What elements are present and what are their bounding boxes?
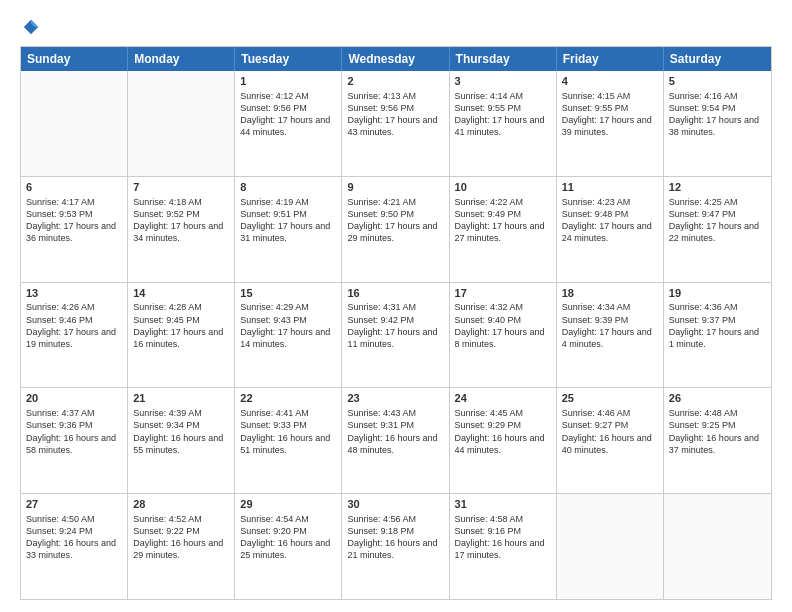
cell-text: Sunrise: 4:25 AM bbox=[669, 196, 766, 208]
calendar-cell: 23Sunrise: 4:43 AMSunset: 9:31 PMDayligh… bbox=[342, 388, 449, 493]
day-number: 6 bbox=[26, 180, 122, 195]
day-number: 10 bbox=[455, 180, 551, 195]
day-number: 2 bbox=[347, 74, 443, 89]
cell-text: Daylight: 17 hours and 16 minutes. bbox=[133, 326, 229, 350]
calendar-cell: 2Sunrise: 4:13 AMSunset: 9:56 PMDaylight… bbox=[342, 71, 449, 176]
cell-text: Sunrise: 4:29 AM bbox=[240, 301, 336, 313]
day-number: 7 bbox=[133, 180, 229, 195]
day-number: 16 bbox=[347, 286, 443, 301]
day-number: 25 bbox=[562, 391, 658, 406]
day-number: 14 bbox=[133, 286, 229, 301]
calendar-cell: 22Sunrise: 4:41 AMSunset: 9:33 PMDayligh… bbox=[235, 388, 342, 493]
cell-text: Sunrise: 4:54 AM bbox=[240, 513, 336, 525]
cell-text: Sunset: 9:55 PM bbox=[455, 102, 551, 114]
cell-text: Sunrise: 4:56 AM bbox=[347, 513, 443, 525]
calendar-body: 1Sunrise: 4:12 AMSunset: 9:56 PMDaylight… bbox=[21, 71, 771, 599]
day-number: 31 bbox=[455, 497, 551, 512]
cell-text: Sunrise: 4:34 AM bbox=[562, 301, 658, 313]
cell-text: Sunset: 9:29 PM bbox=[455, 419, 551, 431]
calendar-cell: 21Sunrise: 4:39 AMSunset: 9:34 PMDayligh… bbox=[128, 388, 235, 493]
cell-text: Daylight: 16 hours and 40 minutes. bbox=[562, 432, 658, 456]
calendar-cell bbox=[557, 494, 664, 599]
cell-text: Sunset: 9:42 PM bbox=[347, 314, 443, 326]
cell-text: Sunrise: 4:41 AM bbox=[240, 407, 336, 419]
calendar-cell: 8Sunrise: 4:19 AMSunset: 9:51 PMDaylight… bbox=[235, 177, 342, 282]
calendar-cell: 10Sunrise: 4:22 AMSunset: 9:49 PMDayligh… bbox=[450, 177, 557, 282]
calendar-cell: 11Sunrise: 4:23 AMSunset: 9:48 PMDayligh… bbox=[557, 177, 664, 282]
day-number: 12 bbox=[669, 180, 766, 195]
cell-text: Sunset: 9:43 PM bbox=[240, 314, 336, 326]
cell-text: Sunrise: 4:32 AM bbox=[455, 301, 551, 313]
cell-text: Sunset: 9:27 PM bbox=[562, 419, 658, 431]
cell-text: Daylight: 17 hours and 27 minutes. bbox=[455, 220, 551, 244]
day-number: 27 bbox=[26, 497, 122, 512]
cell-text: Sunset: 9:16 PM bbox=[455, 525, 551, 537]
cell-text: Sunrise: 4:17 AM bbox=[26, 196, 122, 208]
cell-text: Daylight: 17 hours and 44 minutes. bbox=[240, 114, 336, 138]
calendar-cell: 25Sunrise: 4:46 AMSunset: 9:27 PMDayligh… bbox=[557, 388, 664, 493]
day-number: 8 bbox=[240, 180, 336, 195]
day-number: 4 bbox=[562, 74, 658, 89]
cell-text: Daylight: 16 hours and 48 minutes. bbox=[347, 432, 443, 456]
cell-text: Daylight: 17 hours and 34 minutes. bbox=[133, 220, 229, 244]
cell-text: Daylight: 16 hours and 55 minutes. bbox=[133, 432, 229, 456]
cell-text: Sunset: 9:25 PM bbox=[669, 419, 766, 431]
cell-text: Sunset: 9:55 PM bbox=[562, 102, 658, 114]
cell-text: Sunrise: 4:28 AM bbox=[133, 301, 229, 313]
cell-text: Daylight: 16 hours and 29 minutes. bbox=[133, 537, 229, 561]
day-number: 17 bbox=[455, 286, 551, 301]
cell-text: Daylight: 17 hours and 24 minutes. bbox=[562, 220, 658, 244]
calendar-cell: 7Sunrise: 4:18 AMSunset: 9:52 PMDaylight… bbox=[128, 177, 235, 282]
calendar-cell: 6Sunrise: 4:17 AMSunset: 9:53 PMDaylight… bbox=[21, 177, 128, 282]
cell-text: Sunset: 9:48 PM bbox=[562, 208, 658, 220]
cell-text: Sunset: 9:54 PM bbox=[669, 102, 766, 114]
cell-text: Sunset: 9:40 PM bbox=[455, 314, 551, 326]
calendar-cell: 3Sunrise: 4:14 AMSunset: 9:55 PMDaylight… bbox=[450, 71, 557, 176]
cell-text: Sunset: 9:52 PM bbox=[133, 208, 229, 220]
day-number: 3 bbox=[455, 74, 551, 89]
cell-text: Daylight: 17 hours and 36 minutes. bbox=[26, 220, 122, 244]
calendar-cell: 20Sunrise: 4:37 AMSunset: 9:36 PMDayligh… bbox=[21, 388, 128, 493]
day-number: 21 bbox=[133, 391, 229, 406]
calendar-cell: 30Sunrise: 4:56 AMSunset: 9:18 PMDayligh… bbox=[342, 494, 449, 599]
cell-text: Daylight: 17 hours and 11 minutes. bbox=[347, 326, 443, 350]
cell-text: Daylight: 17 hours and 43 minutes. bbox=[347, 114, 443, 138]
cell-text: Sunrise: 4:22 AM bbox=[455, 196, 551, 208]
cell-text: Sunrise: 4:46 AM bbox=[562, 407, 658, 419]
cell-text: Sunset: 9:24 PM bbox=[26, 525, 122, 537]
calendar-cell: 18Sunrise: 4:34 AMSunset: 9:39 PMDayligh… bbox=[557, 283, 664, 388]
cell-text: Sunrise: 4:23 AM bbox=[562, 196, 658, 208]
header bbox=[20, 18, 772, 36]
calendar-header-cell: Thursday bbox=[450, 47, 557, 71]
calendar-cell: 14Sunrise: 4:28 AMSunset: 9:45 PMDayligh… bbox=[128, 283, 235, 388]
cell-text: Daylight: 16 hours and 51 minutes. bbox=[240, 432, 336, 456]
cell-text: Sunrise: 4:58 AM bbox=[455, 513, 551, 525]
calendar-cell: 29Sunrise: 4:54 AMSunset: 9:20 PMDayligh… bbox=[235, 494, 342, 599]
cell-text: Daylight: 17 hours and 41 minutes. bbox=[455, 114, 551, 138]
cell-text: Sunrise: 4:43 AM bbox=[347, 407, 443, 419]
cell-text: Sunset: 9:33 PM bbox=[240, 419, 336, 431]
cell-text: Sunrise: 4:26 AM bbox=[26, 301, 122, 313]
cell-text: Daylight: 17 hours and 8 minutes. bbox=[455, 326, 551, 350]
cell-text: Sunset: 9:50 PM bbox=[347, 208, 443, 220]
logo bbox=[20, 18, 40, 36]
calendar-cell bbox=[128, 71, 235, 176]
calendar: SundayMondayTuesdayWednesdayThursdayFrid… bbox=[20, 46, 772, 600]
calendar-header-cell: Saturday bbox=[664, 47, 771, 71]
cell-text: Sunrise: 4:21 AM bbox=[347, 196, 443, 208]
cell-text: Sunset: 9:51 PM bbox=[240, 208, 336, 220]
cell-text: Sunset: 9:45 PM bbox=[133, 314, 229, 326]
day-number: 11 bbox=[562, 180, 658, 195]
calendar-cell: 28Sunrise: 4:52 AMSunset: 9:22 PMDayligh… bbox=[128, 494, 235, 599]
calendar-cell: 1Sunrise: 4:12 AMSunset: 9:56 PMDaylight… bbox=[235, 71, 342, 176]
cell-text: Sunset: 9:56 PM bbox=[240, 102, 336, 114]
cell-text: Sunrise: 4:50 AM bbox=[26, 513, 122, 525]
day-number: 1 bbox=[240, 74, 336, 89]
cell-text: Sunrise: 4:13 AM bbox=[347, 90, 443, 102]
calendar-cell bbox=[21, 71, 128, 176]
cell-text: Sunset: 9:39 PM bbox=[562, 314, 658, 326]
cell-text: Sunset: 9:36 PM bbox=[26, 419, 122, 431]
day-number: 28 bbox=[133, 497, 229, 512]
cell-text: Sunrise: 4:48 AM bbox=[669, 407, 766, 419]
logo-icon bbox=[22, 18, 40, 36]
